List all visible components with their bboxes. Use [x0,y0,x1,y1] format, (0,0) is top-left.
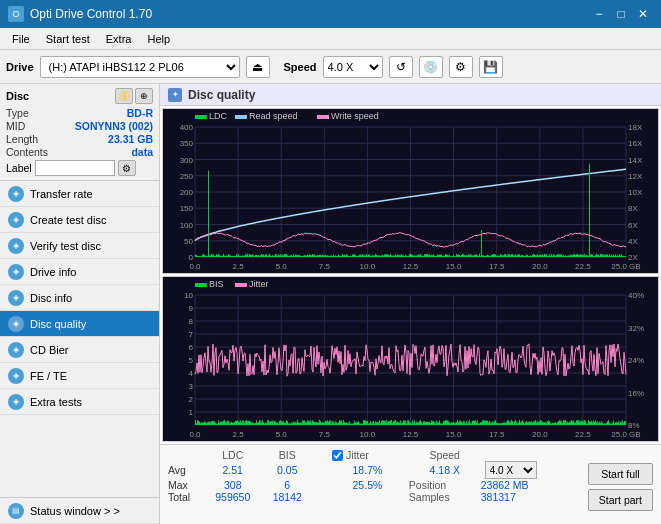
save-button[interactable]: 💾 [479,56,503,78]
label-label: Label [6,162,32,174]
sidebar-item-label-create-test-disc: Create test disc [30,214,106,226]
type-label: Type [6,107,29,119]
sidebar: Disc 📀 ⊕ Type BD-R MID SONYNN3 (002) Len… [0,84,160,524]
disc-quality-header: ✦ Disc quality [160,84,661,106]
app-title: Opti Drive Control 1.70 [30,7,152,21]
mid-label: MID [6,120,25,132]
close-button[interactable]: ✕ [633,5,653,23]
disc-icon-btn2[interactable]: ⊕ [135,88,153,104]
length-label: Length [6,133,38,145]
refresh-button[interactable]: ↺ [389,56,413,78]
max-label: Max [168,479,203,491]
chart1-container [162,108,659,274]
col-header-empty [168,449,203,461]
sidebar-item-extra-tests[interactable]: ◈ Extra tests [0,389,159,415]
disc-section: Disc 📀 ⊕ Type BD-R MID SONYNN3 (002) Len… [0,84,159,181]
cd-bier-icon: ◈ [8,342,24,358]
total-bis: 18142 [262,491,312,503]
menu-help[interactable]: Help [139,31,178,47]
sidebar-item-cd-bier[interactable]: ◈ CD Bier [0,337,159,363]
sidebar-item-fe-te[interactable]: ◈ FE / TE [0,363,159,389]
speed-select-stats[interactable]: 4.0 X [485,461,537,479]
speed-label: Speed [284,61,317,73]
contents-value: data [131,146,153,158]
title-bar: O Opti Drive Control 1.70 − □ ✕ [0,0,661,28]
chart2-canvas [163,277,658,441]
sidebar-menu: ◈ Transfer rate ◈ Create test disc ◈ Ver… [0,181,159,497]
charts-area [160,106,661,444]
samples-value: 381317 [481,491,576,503]
menu-extra[interactable]: Extra [98,31,140,47]
settings-button[interactable]: ⚙ [449,56,473,78]
drive-label: Drive [6,61,34,73]
verify-test-disc-icon: ◈ [8,238,24,254]
total-ldc: 959650 [203,491,262,503]
avg-bis: 0.05 [262,461,312,479]
disc-info-icon: ◈ [8,290,24,306]
mid-value: SONYNN3 (002) [75,120,153,132]
create-test-disc-icon: ◈ [8,212,24,228]
start-part-button[interactable]: Start part [588,489,653,511]
extra-tests-icon: ◈ [8,394,24,410]
contents-label: Contents [6,146,48,158]
max-bis: 6 [262,479,312,491]
main-layout: Disc 📀 ⊕ Type BD-R MID SONYNN3 (002) Len… [0,84,661,524]
disc-quality-icon: ◈ [8,316,24,332]
menu-start-test[interactable]: Start test [38,31,98,47]
jitter-checkbox[interactable] [332,450,343,461]
maximize-button[interactable]: □ [611,5,631,23]
avg-ldc: 2.51 [203,461,262,479]
col-header-bis: BIS [262,449,312,461]
total-label: Total [168,491,203,503]
col-header-speed: Speed [409,449,481,461]
disc-section-title: Disc [6,90,29,102]
max-ldc: 308 [203,479,262,491]
status-window-button[interactable]: ▤ Status window > > [0,498,159,524]
sidebar-status: ▤ Status window > > [0,497,159,524]
eject-button[interactable]: ⏏ [246,56,270,78]
status-window-label: Status window > > [30,505,120,517]
status-window-icon: ▤ [8,503,24,519]
sidebar-item-drive-info[interactable]: ◈ Drive info [0,259,159,285]
max-jitter: 25.5% [326,479,409,491]
sidebar-item-disc-info[interactable]: ◈ Disc info [0,285,159,311]
chart2-container [162,276,659,442]
sidebar-item-label-extra-tests: Extra tests [30,396,82,408]
sidebar-item-disc-quality[interactable]: ◈ Disc quality [0,311,159,337]
sidebar-item-label-transfer-rate: Transfer rate [30,188,93,200]
minimize-button[interactable]: − [589,5,609,23]
type-value: BD-R [127,107,153,119]
length-value: 23.31 GB [108,133,153,145]
label-button[interactable]: ⚙ [118,160,136,176]
app-icon: O [8,6,24,22]
avg-jitter: 18.7% [326,461,409,479]
sidebar-item-create-test-disc[interactable]: ◈ Create test disc [0,207,159,233]
sidebar-item-label-cd-bier: CD Bier [30,344,69,356]
jitter-label: Jitter [346,449,369,461]
samples-label: Samples [409,491,481,503]
stats-table: LDC BIS Jitter Speed [168,449,576,503]
menu-file[interactable]: File [4,31,38,47]
start-full-button[interactable]: Start full [588,463,653,485]
sidebar-item-transfer-rate[interactable]: ◈ Transfer rate [0,181,159,207]
col-header-ldc: LDC [203,449,262,461]
col-header-jitter: Jitter [326,449,409,461]
menu-bar: File Start test Extra Help [0,28,661,50]
position-value: 23862 MB [481,479,576,491]
avg-label: Avg [168,461,203,479]
sidebar-item-label-fe-te: FE / TE [30,370,67,382]
sidebar-item-verify-test-disc[interactable]: ◈ Verify test disc [0,233,159,259]
disc-button[interactable]: 💿 [419,56,443,78]
disc-icon-btn1[interactable]: 📀 [115,88,133,104]
label-input[interactable] [35,160,115,176]
position-label: Position [409,479,481,491]
speed-value: 4.18 X [409,461,481,479]
disc-quality-title: Disc quality [188,88,255,102]
drive-info-icon: ◈ [8,264,24,280]
start-buttons: Start full Start part [588,449,653,511]
drive-bar: Drive (H:) ATAPI iHBS112 2 PL06 ⏏ Speed … [0,50,661,84]
speed-select[interactable]: 4.0 X [323,56,383,78]
drive-select[interactable]: (H:) ATAPI iHBS112 2 PL06 [40,56,240,78]
sidebar-item-label-drive-info: Drive info [30,266,76,278]
transfer-rate-icon: ◈ [8,186,24,202]
